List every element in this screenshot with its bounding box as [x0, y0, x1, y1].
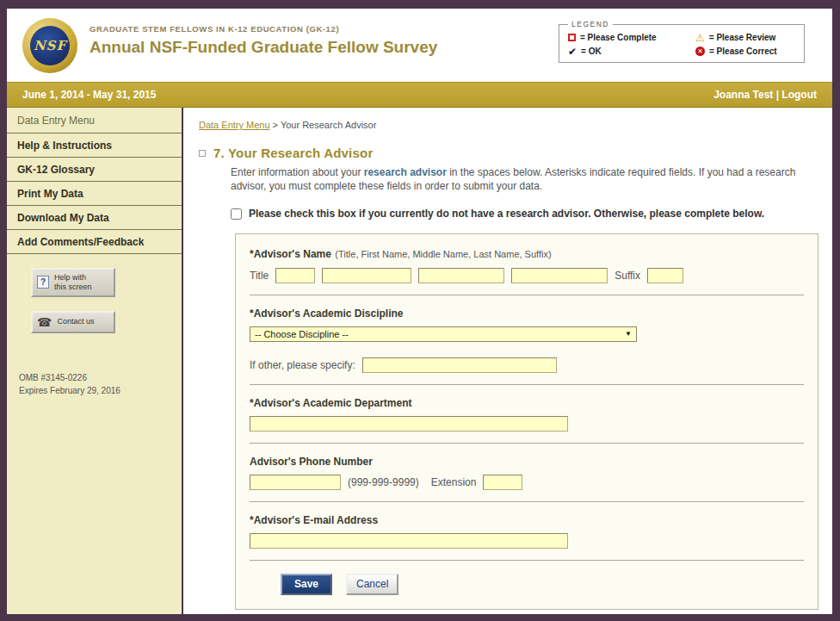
department-label: *Advisor's Academic Department	[250, 397, 804, 409]
nsf-logo-text: NSF	[30, 26, 70, 65]
sidebar-item-help-instructions[interactable]: Help & Instructions	[7, 134, 182, 158]
date-range: June 1, 2014 - May 31, 2015	[22, 89, 156, 101]
email-label: *Advisor's E-mail Address	[250, 514, 804, 526]
no-advisor-checkbox[interactable]	[231, 208, 242, 220]
extension-input[interactable]	[483, 475, 522, 490]
other-discipline-input[interactable]	[362, 357, 557, 373]
chevron-down-icon: ▼	[625, 330, 632, 338]
title-row: 7. Your Research Advisor	[199, 146, 832, 160]
page: NSF GRADUATE STEM FELLOWS IN K-12 EDUCAT…	[7, 9, 832, 614]
research-advisor-link[interactable]: research advisor	[364, 166, 447, 178]
cancel-button[interactable]: Cancel	[346, 574, 398, 595]
contact-button-label: Contact us	[57, 317, 94, 326]
name-section: *Advisor's Name (Title, First Name, Midd…	[250, 245, 804, 283]
help-question-icon: ?	[37, 276, 49, 289]
email-section: *Advisor's E-mail Address	[250, 514, 804, 549]
name-inputs-row: Title Suffix	[250, 268, 804, 283]
email-input[interactable]	[250, 533, 568, 549]
legend-title: LEGEND	[568, 20, 613, 28]
survey-title: Annual NSF-Funded Graduate Fellow Survey	[90, 38, 437, 57]
legend-item-review: ⚠ = Please Review	[695, 33, 797, 42]
program-line: GRADUATE STEM FELLOWS IN K-12 EDUCATION …	[90, 24, 437, 34]
legend-item-complete: = Please Complete	[568, 33, 695, 42]
sidebar-item-add-comments[interactable]: Add Comments/Feedback	[7, 230, 182, 254]
user-separator: |	[773, 89, 781, 101]
department-section: *Advisor's Academic Department	[250, 397, 804, 432]
sidebar-item-data-entry-menu[interactable]: Data Entry Menu	[7, 108, 182, 134]
omb-expires: Expires February 29, 2016	[19, 384, 182, 398]
help-button-label: Help with this screen	[54, 273, 92, 292]
other-row: If other, please specify:	[250, 357, 804, 373]
divider	[250, 443, 804, 444]
suffix-input[interactable]	[647, 268, 683, 283]
omb-number: OMB #3145-0226	[19, 371, 182, 385]
help-with-screen-button[interactable]: ? Help with this screen	[31, 268, 115, 297]
divider	[250, 501, 804, 502]
user-area: Joanna Test | Logout	[713, 89, 817, 101]
phone-format-hint: (999-999-9999)	[348, 476, 419, 488]
sidebar: Data Entry Menu Help & Instructions GK-1…	[7, 108, 183, 614]
divider	[250, 384, 804, 385]
sidebar-item-download-my-data[interactable]: Download My Data	[7, 206, 182, 230]
phone-section: Advisor's Phone Number (999-999-9999) Ex…	[250, 456, 804, 490]
warning-triangle-icon: ⚠	[695, 34, 705, 42]
no-advisor-label: Please check this box if you currently d…	[249, 207, 764, 220]
discipline-selected-value: -- Choose Discipline --	[255, 329, 349, 339]
last-name-input[interactable]	[511, 268, 608, 283]
phone-row: (999-999-9999) Extension	[250, 475, 804, 490]
title-input[interactable]	[275, 268, 315, 283]
legend-grid: = Please Complete ⚠ = Please Review ✔ = …	[568, 33, 797, 56]
suffix-label: Suffix	[615, 270, 640, 282]
user-name: Joanna Test	[713, 89, 773, 101]
discipline-select[interactable]: -- Choose Discipline -- ▼	[250, 326, 637, 342]
legend-label: = OK	[581, 47, 602, 56]
page-title: 7. Your Research Advisor	[213, 146, 373, 160]
title-label: Title	[250, 270, 269, 282]
status-square-icon	[199, 150, 206, 157]
error-circle-icon: ✕	[695, 47, 705, 56]
logout-link[interactable]: Logout	[781, 89, 817, 101]
omb-note: OMB #3145-0226 Expires February 29, 2016	[19, 371, 182, 398]
topbar: June 1, 2014 - May 31, 2015 Joanna Test …	[7, 82, 832, 108]
phone-label: Advisor's Phone Number	[250, 456, 804, 468]
check-icon: ✔	[568, 47, 577, 56]
first-name-input[interactable]	[322, 268, 411, 283]
legend-item-ok: ✔ = OK	[568, 47, 695, 56]
department-input[interactable]	[250, 416, 568, 432]
nsf-logo: NSF	[22, 18, 77, 73]
red-square-icon	[568, 34, 576, 41]
contact-us-button[interactable]: ☎ Contact us	[31, 311, 115, 333]
legend-label: = Please Review	[709, 33, 776, 42]
legend-item-correct: ✕ = Please Correct	[695, 47, 797, 56]
discipline-label: *Advisor's Academic Discipline	[250, 307, 804, 320]
advisor-form: *Advisor's Name (Title, First Name, Midd…	[235, 233, 818, 610]
save-button[interactable]: Save	[281, 574, 332, 595]
sidebar-item-print-my-data[interactable]: Print My Data	[7, 182, 182, 206]
header-text: GRADUATE STEM FELLOWS IN K-12 EDUCATION …	[90, 24, 437, 57]
name-label: *Advisor's Name	[250, 248, 331, 260]
main-content: Data Entry Menu > Your Research Advisor …	[183, 108, 832, 614]
middle-name-input[interactable]	[418, 268, 504, 283]
divider	[250, 560, 804, 561]
breadcrumb-separator: >	[270, 120, 281, 130]
sidebar-item-glossary[interactable]: GK-12 Glossary	[7, 158, 182, 182]
discipline-section: *Advisor's Academic Discipline -- Choose…	[250, 307, 804, 373]
name-hint: (Title, First Name, Middle Name, Last Na…	[335, 249, 551, 259]
divider	[250, 295, 804, 295]
breadcrumb-current: Your Research Advisor	[281, 120, 377, 130]
breadcrumb-link-data-entry-menu[interactable]: Data Entry Menu	[199, 120, 270, 130]
button-row: Save Cancel	[281, 574, 804, 595]
other-label: If other, please specify:	[250, 359, 355, 371]
legend-box: LEGEND = Please Complete ⚠ = Please Revi…	[559, 20, 805, 63]
header: NSF GRADUATE STEM FELLOWS IN K-12 EDUCAT…	[7, 9, 832, 82]
legend-label: = Please Complete	[580, 33, 657, 42]
phone-input[interactable]	[250, 475, 341, 490]
breadcrumb: Data Entry Menu > Your Research Advisor	[199, 120, 832, 130]
extension-label: Extension	[431, 476, 477, 488]
phone-icon: ☎	[37, 316, 52, 328]
intro-text: Enter information about your research ad…	[231, 166, 832, 194]
legend-label: = Please Correct	[709, 47, 777, 56]
no-advisor-row: Please check this box if you currently d…	[231, 207, 825, 220]
